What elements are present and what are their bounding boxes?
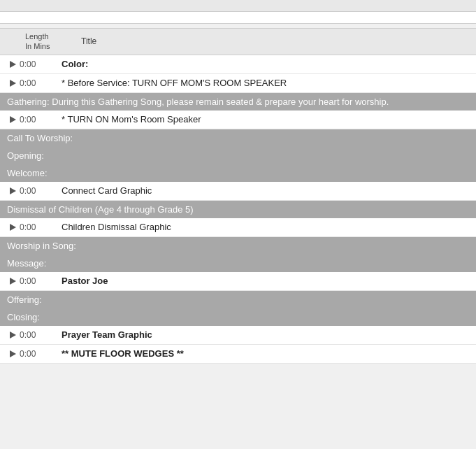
table-row: 0:00Color: [0,55,476,74]
play-icon [10,278,16,285]
main-table: LengthIn Mins Title 0:00Color:0:00* Befo… [0,28,476,364]
play-button[interactable] [6,185,20,197]
section-header: Dismissal of Children (Age 4 through Gra… [0,201,476,218]
item-title: * TURN ON Mom's Room Speaker [62,114,470,124]
play-button[interactable] [6,114,20,125]
section-header: Closing: [0,308,476,326]
section-header: Call To Worship: [0,129,476,147]
play-button[interactable] [6,59,20,70]
item-title: Children Dismissal Graphic [62,222,470,232]
item-title: Color: [62,59,470,69]
table-row: 0:00* TURN ON Mom's Room Speaker [0,111,476,129]
play-icon [10,80,16,87]
duration-value: 0:00 [20,222,62,232]
subtitle-bar [0,12,476,24]
section-header: Welcome: [0,164,476,182]
table-row: 0:00** MUTE FLOOR WEDGES ** [0,345,476,364]
duration-value: 0:00 [20,186,62,196]
table-row: 0:00* Before Service: TURN OFF MOM'S ROO… [0,74,476,93]
section-header: Worship in Song: [0,237,476,255]
duration-value: 0:00 [20,115,62,124]
play-button[interactable] [6,222,20,233]
play-icon [10,61,16,68]
table-header: LengthIn Mins Title [0,28,476,55]
item-title: * Before Service: TURN OFF MOM'S ROOM SP… [62,78,470,88]
item-title: Prayer Team Graphic [62,329,470,340]
play-button[interactable] [6,78,20,89]
title-col-header: Title [81,36,470,46]
section-header: Gathering: During this Gathering Song, p… [0,93,476,111]
play-icon [10,332,16,338]
duration-value: 0:00 [20,59,62,69]
section-header: Message: [0,255,476,272]
title-bar [0,0,476,12]
section-header: Offering: [0,291,476,308]
item-title: Pastor Joe [62,276,470,286]
duration-value: 0:00 [20,276,62,286]
play-icon [10,187,16,194]
play-icon [10,224,16,231]
table-row: 0:00Prayer Team Graphic [0,326,476,345]
play-button[interactable] [6,276,20,287]
rows-container: 0:00Color:0:00* Before Service: TURN OFF… [0,55,476,364]
play-icon [10,116,16,123]
item-title: ** MUTE FLOOR WEDGES ** [62,348,470,359]
duration-value: 0:00 [20,330,62,340]
duration-value: 0:00 [20,78,62,88]
table-row: 0:00Connect Card Graphic [0,182,476,201]
length-col-header: LengthIn Mins [25,31,81,52]
duration-value: 0:00 [20,349,62,359]
table-row: 0:00Pastor Joe [0,272,476,291]
play-icon [10,350,16,357]
table-row: 0:00Children Dismissal Graphic [0,218,476,237]
item-title: Connect Card Graphic [62,185,470,196]
play-button[interactable] [6,329,20,341]
section-header: Opening: [0,147,476,164]
play-button[interactable] [6,348,20,359]
